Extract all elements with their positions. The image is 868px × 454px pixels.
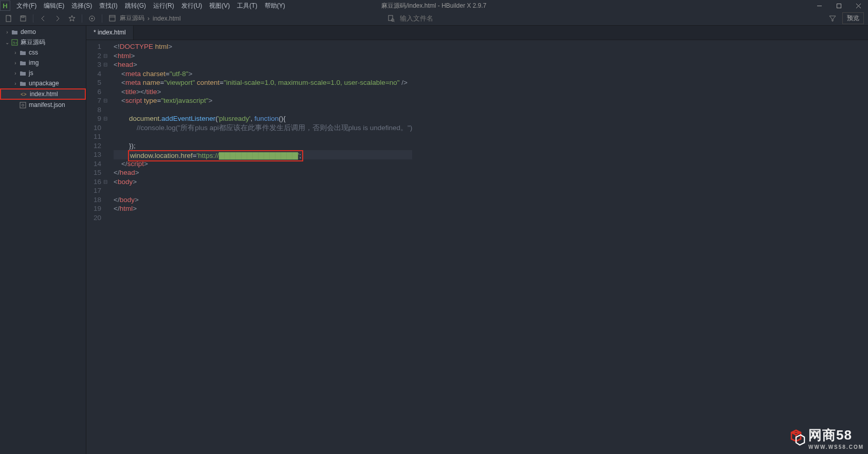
- watermark-text: 网商58: [808, 426, 864, 444]
- file-tree[interactable]: ›demo⌄5+麻豆源码›css›img›js›unpackage<>index…: [0, 26, 86, 454]
- separator: [102, 14, 102, 23]
- code-line[interactable]: });: [114, 141, 412, 151]
- tree-item-js[interactable]: ›js: [0, 68, 86, 78]
- toolbar-center: [386, 14, 482, 23]
- code-line[interactable]: </html>: [114, 204, 412, 213]
- svg-rect-1: [837, 4, 841, 8]
- minimize-button[interactable]: [809, 0, 829, 11]
- file-search-icon[interactable]: [386, 14, 396, 23]
- code-line[interactable]: <body>: [114, 177, 412, 187]
- svg-marker-23: [791, 432, 801, 435]
- line-number: 16⊟: [94, 177, 107, 187]
- code-line[interactable]: [114, 105, 412, 115]
- highlight-box: window.location.href='https://▇▇▇▇▇▇▇▇▇▇…: [128, 150, 303, 161]
- folder-icon: [10, 29, 19, 35]
- preview-button[interactable]: 预览: [842, 12, 864, 24]
- chevron-icon: ›: [12, 50, 19, 56]
- forward-icon[interactable]: [53, 14, 62, 23]
- svg-point-10: [91, 17, 93, 19]
- breadcrumb-file[interactable]: index.html: [153, 15, 181, 22]
- line-number: 12: [94, 141, 107, 151]
- app-logo: H: [0, 1, 10, 11]
- code-line[interactable]: <script type="text/javascript">: [114, 96, 412, 105]
- target-icon[interactable]: [87, 14, 97, 23]
- code-line[interactable]: <title></title>: [114, 87, 412, 97]
- code-line[interactable]: <meta name="viewport" content="initial-s…: [114, 78, 412, 87]
- menu-item[interactable]: 视图(V): [206, 0, 233, 12]
- menu-item[interactable]: 编辑(E): [41, 0, 67, 12]
- chevron-icon: ⌄: [4, 40, 10, 45]
- tree-label: css: [29, 49, 38, 56]
- line-number: 14: [94, 159, 107, 169]
- code-line[interactable]: document.addEventListener('plusready', f…: [114, 114, 412, 123]
- svg-rect-13: [389, 15, 393, 21]
- tree-label: manifest.json: [29, 101, 65, 108]
- svg-marker-16: [829, 16, 836, 21]
- watermark-sub: WWW.WS58.COM: [808, 444, 864, 450]
- line-number: 1: [94, 42, 107, 51]
- code-area[interactable]: 12⊟3⊟4567⊟89⊟10111213141516⊟17181920 <!D…: [86, 40, 868, 454]
- tree-item-unpackage[interactable]: ›unpackage: [0, 78, 86, 88]
- file-search-input[interactable]: [400, 14, 482, 22]
- svg-marker-8: [69, 15, 75, 21]
- tree-label: demo: [21, 28, 36, 35]
- tree-label: unpackage: [29, 80, 59, 87]
- folder-icon: [19, 60, 27, 66]
- chevron-icon: ›: [12, 60, 19, 66]
- code-line[interactable]: <meta charset="utf-8">: [114, 69, 412, 79]
- star-icon[interactable]: [67, 14, 77, 23]
- code-line[interactable]: <head>: [114, 60, 412, 69]
- tree-label: js: [29, 69, 33, 77]
- code[interactable]: <!DOCTYPE html><html><head> <meta charse…: [110, 40, 412, 454]
- app-icon: [107, 14, 117, 23]
- line-number: 5: [94, 78, 107, 87]
- breadcrumb-root[interactable]: 麻豆源码: [120, 14, 144, 23]
- separator: [33, 14, 33, 23]
- code-line[interactable]: [114, 186, 412, 195]
- code-line[interactable]: </head>: [114, 168, 412, 177]
- folder-icon: [19, 50, 27, 56]
- tab-index-html[interactable]: * index.html: [86, 25, 134, 40]
- new-file-icon[interactable]: [4, 14, 13, 23]
- code-line[interactable]: [114, 132, 412, 141]
- menu-item[interactable]: 工具(T): [234, 0, 260, 12]
- chevron-icon: ›: [12, 70, 19, 76]
- line-number: 6: [94, 87, 107, 97]
- tree-label: img: [29, 59, 39, 66]
- svg-line-15: [394, 21, 395, 22]
- save-icon[interactable]: [19, 14, 28, 23]
- back-icon[interactable]: [39, 14, 48, 23]
- menu-item[interactable]: 帮助(Y): [262, 0, 288, 12]
- svg-text:<>: <>: [21, 92, 27, 97]
- tree-item-index-html[interactable]: <>index.html: [0, 88, 86, 100]
- main: ›demo⌄5+麻豆源码›css›img›js›unpackage<>index…: [0, 26, 868, 454]
- tree-item-manifest-json[interactable]: manifest.json: [0, 100, 86, 110]
- menu-item[interactable]: 运行(R): [150, 0, 177, 12]
- code-line[interactable]: <!DOCTYPE html>: [114, 42, 412, 51]
- watermark: 网商58 WWW.WS58.COM: [787, 426, 864, 450]
- menu-item[interactable]: 跳转(G): [122, 0, 149, 12]
- line-number: 15: [94, 168, 107, 177]
- json-icon: [19, 102, 27, 108]
- code-line[interactable]: </body>: [114, 195, 412, 205]
- line-number: 18: [94, 195, 107, 205]
- cube-icon: [787, 429, 805, 447]
- separator: [82, 14, 82, 23]
- window-title: 麻豆源码/index.html - HBuilder X 2.9.7: [381, 2, 486, 10]
- tree-item-麻豆源码[interactable]: ⌄5+麻豆源码: [0, 37, 86, 47]
- app-icon: 5+: [10, 39, 19, 46]
- code-line[interactable]: [114, 213, 412, 223]
- maximize-button[interactable]: [829, 0, 848, 11]
- tree-item-css[interactable]: ›css: [0, 47, 86, 58]
- tree-item-img[interactable]: ›img: [0, 58, 86, 68]
- filter-icon[interactable]: [828, 14, 837, 23]
- code-line[interactable]: <html>: [114, 51, 412, 61]
- menu-item[interactable]: 查找(I): [96, 0, 120, 12]
- code-line[interactable]: //console.log("所有plus api都应该在此事件发生后调用，否则…: [114, 123, 412, 133]
- close-button[interactable]: [848, 0, 868, 11]
- tree-item-demo[interactable]: ›demo: [0, 27, 86, 37]
- menu-item[interactable]: 选择(S): [68, 0, 95, 12]
- menu-item[interactable]: 文件(F): [13, 0, 40, 12]
- code-line[interactable]: window.location.href='https://▇▇▇▇▇▇▇▇▇▇…: [114, 150, 412, 159]
- menu-item[interactable]: 发行(U): [178, 0, 206, 12]
